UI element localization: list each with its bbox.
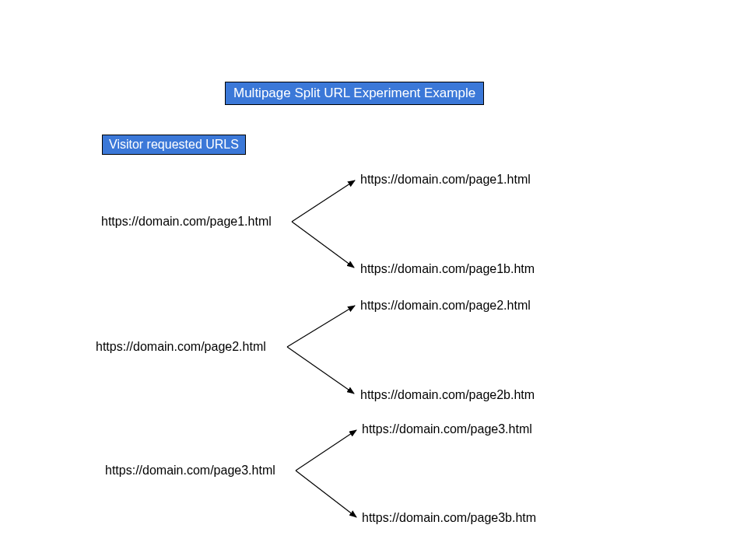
arrow-2a — [287, 306, 355, 347]
target-url-1a: https://domain.com/page1.html — [360, 173, 531, 187]
title-box: Multipage Split URL Experiment Example — [225, 82, 484, 105]
target-url-3b: https://domain.com/page3b.htm — [362, 511, 536, 525]
target-url-1b: https://domain.com/page1b.htm — [360, 262, 535, 276]
source-url-3: https://domain.com/page3.html — [105, 464, 275, 478]
arrow-2b — [287, 347, 354, 394]
subtitle-box: Visitor requested URLS — [102, 135, 246, 155]
target-url-2a: https://domain.com/page2.html — [360, 299, 531, 313]
arrow-3a — [296, 430, 356, 471]
target-url-3a: https://domain.com/page3.html — [362, 422, 532, 436]
arrow-1b — [292, 222, 354, 268]
title-text: Multipage Split URL Experiment Example — [233, 86, 475, 100]
arrow-3b — [296, 471, 356, 517]
arrow-1a — [292, 180, 355, 222]
subtitle-text: Visitor requested URLS — [109, 138, 239, 151]
target-url-2b: https://domain.com/page2b.htm — [360, 388, 535, 402]
source-url-1: https://domain.com/page1.html — [101, 215, 272, 229]
source-url-2: https://domain.com/page2.html — [96, 340, 266, 354]
